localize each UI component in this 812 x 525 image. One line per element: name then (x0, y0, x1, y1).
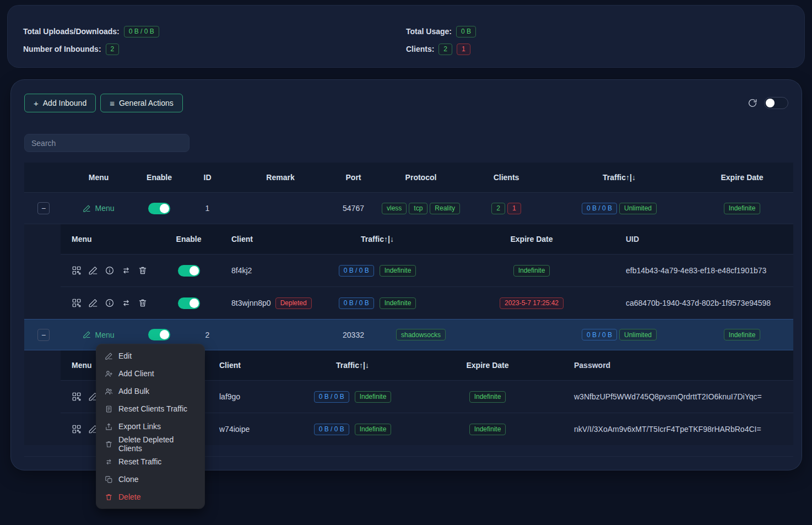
context-menu-item-edit[interactable]: Edit (96, 347, 204, 365)
edit-icon (105, 352, 113, 360)
protocol-badge: shadowsocks (396, 329, 446, 340)
stat-usage-badge: 0 B (456, 26, 476, 37)
file-reset-icon (105, 405, 113, 413)
collapse-row-button[interactable]: − (37, 202, 50, 214)
client-enable-toggle[interactable] (178, 265, 200, 277)
expire-badge: Indefinite (724, 329, 761, 340)
qr-code-icon[interactable] (72, 424, 82, 434)
client-header-client: Client (215, 361, 297, 370)
general-actions-label: General Actions (119, 99, 174, 107)
client-header-expire: Expire Date (408, 361, 567, 370)
protocol-badge: vless (382, 203, 407, 214)
context-menu-item-delete-depleted-clients[interactable]: Delete Depleted Clients (96, 435, 204, 453)
inbound-1-clients-section: Menu Enable Client Traffic↑|↓ Expire Dat… (24, 224, 793, 319)
clone-icon (105, 475, 113, 484)
context-menu-item-export-links[interactable]: Export Links (96, 418, 204, 435)
header-port: Port (330, 173, 377, 182)
stat-uploads-badge: 0 B / 0 B (124, 26, 159, 37)
general-actions-button[interactable]: ≡ General Actions (100, 94, 183, 112)
stat-uploads-downloads: Total Uploads/Downloads: 0 B / 0 B (23, 23, 406, 40)
context-menu-label: Delete Depleted Clients (118, 435, 196, 453)
edit-client-icon[interactable] (88, 266, 98, 275)
reset-traffic-icon[interactable] (121, 298, 131, 308)
client-enable-toggle[interactable] (178, 297, 200, 309)
edit-icon (83, 331, 91, 339)
stat-total-usage: Total Usage: 0 B (406, 23, 789, 40)
context-menu-item-add-bulk[interactable]: Add Bulk (96, 382, 204, 400)
inbounds-table-header: Menu Enable ID Remark Port Protocol Clie… (24, 163, 793, 193)
traffic-limit-badge: Unlimited (619, 203, 657, 214)
qr-code-icon[interactable] (72, 298, 82, 308)
header-traffic-sort[interactable]: Traffic↑|↓ (548, 173, 691, 182)
client-header-client: Client (215, 235, 308, 243)
context-menu-item-delete[interactable]: Delete (96, 488, 204, 506)
context-menu-item-clone[interactable]: Clone (96, 470, 204, 488)
qr-code-icon[interactable] (72, 266, 82, 275)
client-header-menu: Menu (61, 235, 163, 243)
context-menu-label: Add Bulk (118, 387, 149, 396)
theme-toggle-knob (766, 99, 775, 107)
stat-inbounds-label: Number of Inbounds: (23, 45, 101, 53)
search-input[interactable] (24, 134, 190, 152)
reset-traffic-icon[interactable] (121, 266, 131, 275)
info-icon[interactable] (105, 266, 115, 275)
context-menu-item-add-client[interactable]: Add Client (96, 365, 204, 382)
context-menu-label: Delete (118, 492, 140, 501)
edit-icon (83, 204, 91, 213)
header-expire-date: Expire Date (691, 173, 793, 182)
add-inbound-label: Add Inbound (43, 99, 86, 107)
plus-icon: + (34, 99, 39, 107)
client-header-uid: UID (617, 235, 793, 243)
row-menu-trigger[interactable]: Menu (83, 331, 114, 339)
client-expire-badge: Indefinite (513, 265, 550, 277)
client-header-traffic[interactable]: Traffic↑|↓ (297, 361, 408, 370)
users-icon (105, 387, 113, 396)
collapse-row-button[interactable]: − (37, 329, 50, 341)
client-limit-badge: Indefinite (380, 297, 416, 309)
client-traffic-badge: 0 B / 0 B (314, 391, 349, 403)
add-inbound-button[interactable]: + Add Inbound (24, 94, 96, 112)
client-header-traffic[interactable]: Traffic↑|↓ (308, 235, 446, 243)
qr-code-icon[interactable] (72, 392, 82, 402)
refresh-icon[interactable] (748, 98, 757, 108)
client-limit-badge: Indefinite (380, 265, 416, 277)
context-menu-item-reset-clients-traffic[interactable]: Reset Clients Traffic (96, 400, 204, 418)
toolbar-right (748, 97, 788, 109)
context-menu-label: Export Links (118, 422, 161, 431)
toolbar: + Add Inbound ≡ General Actions (24, 94, 788, 112)
context-menu-label: Reset Clients Traffic (118, 404, 187, 413)
context-menu-label: Add Client (118, 369, 154, 378)
stat-clients: Clients: 2 1 (406, 41, 789, 57)
header-id: ID (184, 173, 231, 182)
expire-badge: Indefinite (724, 203, 761, 214)
export-icon (105, 423, 113, 431)
client-limit-badge: Indefinite (355, 424, 392, 435)
header-protocol: Protocol (377, 173, 465, 182)
enable-toggle[interactable] (148, 203, 170, 214)
inbound-row-1: − Menu 1 54767 vless tcp Reality 2 1 0 (24, 193, 793, 224)
menu-lines-icon: ≡ (110, 99, 115, 107)
inbound-id: 1 (184, 204, 231, 213)
context-menu-item-reset-traffic[interactable]: Reset Traffic (96, 453, 204, 470)
delete-icon (105, 493, 113, 501)
traffic-badge: 0 B / 0 B (582, 203, 617, 214)
delete-client-icon[interactable] (138, 298, 148, 308)
theme-toggle[interactable] (764, 97, 788, 109)
enable-toggle[interactable] (148, 329, 170, 340)
edit-client-icon[interactable] (88, 298, 98, 308)
client-traffic-badge: 0 B / 0 B (339, 265, 374, 277)
client-header-password: Password (567, 361, 793, 370)
client-name: 8t3wjnn8p0 (231, 299, 271, 307)
context-menu-label: Edit (118, 351, 132, 360)
client-name: 8f4kj2 (231, 266, 252, 275)
traffic-badge: 0 B / 0 B (582, 329, 617, 340)
row-menu-trigger[interactable]: Menu (83, 204, 114, 213)
clients-table-vless: Menu Enable Client Traffic↑|↓ Expire Dat… (61, 224, 793, 319)
stat-inbounds-badge: 2 (106, 44, 120, 55)
stat-usage-label: Total Usage: (406, 27, 452, 36)
stats-card: Total Uploads/Downloads: 0 B / 0 B Total… (8, 6, 804, 67)
traffic-limit-badge: Unlimited (619, 329, 657, 340)
info-icon[interactable] (105, 298, 115, 308)
delete-client-icon[interactable] (138, 266, 148, 275)
trash-icon (105, 440, 113, 448)
